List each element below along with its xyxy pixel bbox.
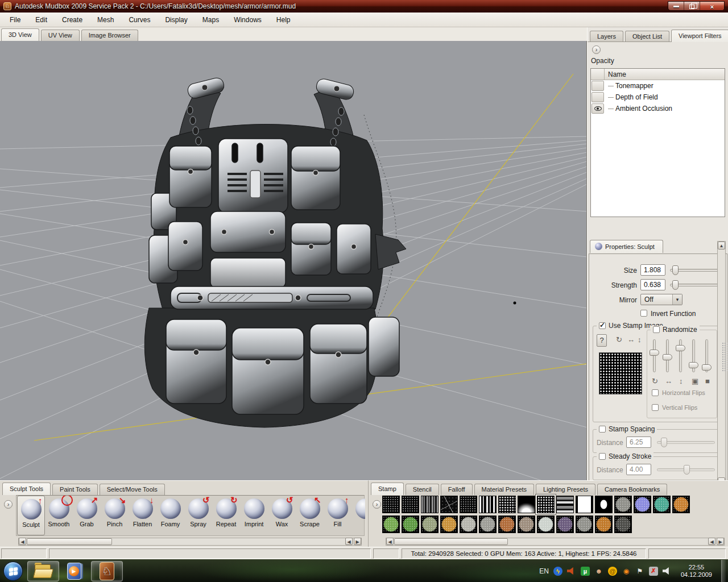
stamp-thumb-dark-noise[interactable]	[460, 496, 477, 513]
menu-help[interactable]: Help	[269, 14, 298, 26]
tool-imprint[interactable]: Imprint	[240, 496, 268, 535]
title-bar[interactable]: ♘ Autodesk Mudbox 2009 Service Pack 2 - …	[0, 0, 728, 13]
tool-grab[interactable]: ↗Grab	[73, 496, 101, 535]
stamp-thumb-barcode-stripes[interactable]	[479, 496, 497, 513]
randomize-square-icon[interactable]: ■	[705, 377, 710, 385]
scroll-left-icon[interactable]: ◀	[19, 538, 26, 545]
mirror-dropdown[interactable]: Off ▾	[640, 294, 682, 305]
panel-splitter-grip[interactable]	[722, 342, 727, 372]
tool-sculpt[interactable]: ↑Sculpt	[17, 496, 45, 535]
taskbar-media-player-button[interactable]: ▶	[63, 561, 88, 581]
show-desktop-button[interactable]	[721, 560, 726, 582]
stamp-thumb-crack-lines[interactable]	[440, 496, 458, 513]
stamp-rotate-icon[interactable]: ↻	[616, 335, 622, 344]
visibility-toggle[interactable]	[592, 92, 604, 102]
menu-create[interactable]: Create	[55, 14, 90, 26]
horizontal-flips-checkbox[interactable]	[652, 389, 659, 396]
stamp-thumb-fine-noise[interactable]	[402, 496, 419, 513]
stamp-thumb-green-leaves[interactable]	[382, 516, 400, 533]
stamp-thumb-purple-bubbles[interactable]	[634, 496, 651, 513]
spacing-slider[interactable]	[657, 441, 715, 444]
tool-partial[interactable]	[351, 496, 365, 535]
tab-stencil[interactable]: Stencil	[406, 484, 439, 495]
randomize-checkbox[interactable]	[653, 326, 660, 333]
stamp-thumb-purple-rocks[interactable]	[556, 516, 574, 533]
tab-viewport-filters[interactable]: Viewport Filters	[671, 30, 728, 42]
stamp-thumb-dark-speckle[interactable]	[382, 496, 400, 513]
randomize-slider-5[interactable]	[705, 339, 708, 372]
stamp-thumb-orange-honeycomb[interactable]	[440, 516, 458, 533]
stamp-thumb-gray-dots[interactable]	[479, 516, 497, 533]
tool-fill[interactable]: ↑Fill	[324, 496, 351, 535]
stamp-thumb-teal-sphere[interactable]	[653, 496, 671, 513]
steady-slider-thumb[interactable]	[684, 465, 690, 475]
menu-edit[interactable]: Edit	[28, 14, 55, 26]
tool-scroll-thumb[interactable]	[27, 538, 112, 545]
menu-curves[interactable]: Curves	[121, 14, 158, 26]
tool-wax[interactable]: ↺Wax	[268, 496, 296, 535]
scroll-up-icon[interactable]: ▲	[718, 242, 725, 250]
tab-image-browser[interactable]: Image Browser	[81, 30, 138, 41]
stamp-help-button[interactable]: ?	[597, 334, 607, 347]
tool-smooth[interactable]: Smooth	[45, 496, 73, 535]
name-column-header[interactable]: Name	[605, 69, 725, 80]
stamp-tray-expander-icon[interactable]: ›	[373, 500, 381, 509]
tab-paint-tools[interactable]: Paint Tools	[52, 484, 98, 495]
stamp-thumb-tan-blob[interactable]	[518, 516, 535, 533]
randomize-scale-icon[interactable]: ▣	[692, 377, 698, 385]
stamp-preview-image[interactable]	[599, 352, 642, 394]
tab-object-list[interactable]: Object List	[625, 31, 669, 42]
strength-slider[interactable]	[670, 284, 720, 286]
tab-sculpt-tools[interactable]: Sculpt Tools	[2, 483, 51, 495]
stamp-thumb-speckled-ball[interactable]	[460, 516, 477, 533]
spacing-slider-thumb[interactable]	[661, 438, 667, 447]
utorrent-icon[interactable]: µ	[581, 567, 590, 576]
flag-icon[interactable]: ⚑	[635, 567, 644, 576]
stamp-scroll-left-icon[interactable]: ◀	[386, 538, 394, 545]
tool-repeat[interactable]: ↻Repeat	[212, 496, 240, 535]
stamp-thumb-dark-rocks[interactable]	[614, 516, 632, 533]
tab-stamp[interactable]: Stamp	[371, 483, 404, 495]
taskbar-explorer-button[interactable]	[27, 561, 59, 581]
randomize-slider-3-thumb[interactable]	[676, 345, 685, 351]
steady-stroke-checkbox[interactable]	[599, 453, 606, 460]
vertical-flips-checkbox[interactable]	[652, 404, 659, 411]
tool-pinch[interactable]: ↘Pinch	[101, 496, 129, 535]
taskbar-clock[interactable]: 22:55 04.12.2009	[676, 564, 717, 579]
stamp-scroll-thumb[interactable]	[394, 538, 508, 545]
stamp-thumb-gradient-sphere[interactable]	[518, 496, 535, 513]
scroll-left-icon-2[interactable]: ◀	[345, 538, 353, 545]
size-slider[interactable]	[670, 269, 720, 272]
tool-foamy[interactable]: Foamy	[156, 496, 184, 535]
properties-tab[interactable]: Properties: Sculpt	[590, 240, 663, 253]
red-speaker-icon[interactable]	[567, 567, 576, 575]
tab-material-presets[interactable]: Material Presets	[474, 484, 534, 495]
menu-display[interactable]: Display	[158, 14, 195, 26]
tool-flatten[interactable]: ↓Flatten	[129, 496, 156, 535]
randomize-slider-1[interactable]	[653, 339, 656, 372]
tool-tray-expander-icon[interactable]: ›	[4, 500, 13, 509]
randomize-slider-5-thumb[interactable]	[702, 364, 712, 371]
stamp-thumb-gray-cracks[interactable]	[576, 516, 593, 533]
randomize-slider-2[interactable]	[666, 339, 669, 372]
randomize-slider-3[interactable]	[679, 339, 682, 372]
stamp-thumb-leaf-eye[interactable]	[595, 496, 613, 513]
stamp-thumb-lichen-moss[interactable]	[421, 516, 439, 533]
stamp-scroll-right-icon[interactable]: ▶	[717, 538, 724, 545]
stamp-thumb-orange-lichen[interactable]	[672, 496, 690, 513]
tab-falloff[interactable]: Falloff	[441, 484, 473, 495]
stamp-thumb-white-rectangle[interactable]	[576, 496, 593, 513]
randomize-move-v-icon[interactable]: ↕	[679, 377, 683, 385]
messenger-contact-icon[interactable]: ☻	[594, 567, 603, 576]
volume-icon[interactable]	[663, 567, 672, 575]
menu-windows[interactable]: Windows	[226, 14, 269, 26]
tab-lighting-presets[interactable]: Lighting Presets	[536, 484, 595, 495]
stamp-tray-scrollbar[interactable]: ◀ ◀ ▶	[386, 538, 725, 546]
menu-mesh[interactable]: Mesh	[90, 14, 121, 26]
restore-button[interactable]	[684, 2, 700, 11]
stamp-thumb-green-coral[interactable]	[402, 516, 419, 533]
tab-layers[interactable]: Layers	[590, 31, 623, 42]
scroll-right-icon[interactable]: ▶	[354, 538, 361, 545]
invert-function-checkbox[interactable]	[640, 310, 647, 317]
tool-scrape[interactable]: ↖Scrape	[296, 496, 324, 535]
